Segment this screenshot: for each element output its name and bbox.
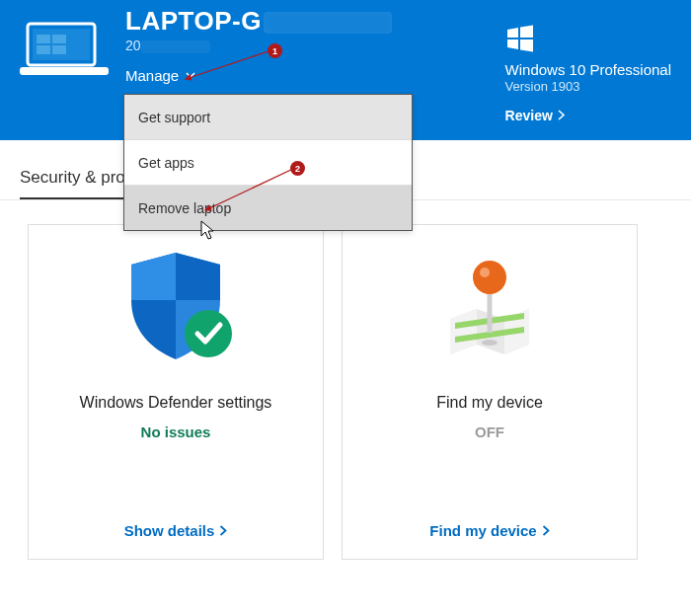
device-name-text: LAPTOP-G	[125, 6, 262, 36]
device-name: LAPTOP-G	[125, 6, 392, 37]
svg-marker-8	[520, 26, 533, 38]
link-label: Find my device	[429, 522, 536, 539]
card-defender: Windows Defender settings No issues Show…	[28, 224, 324, 560]
menu-item-label: Remove laptop	[138, 200, 231, 216]
svg-marker-9	[507, 39, 518, 49]
menu-item-label: Get support	[138, 110, 210, 125]
map-pin-icon	[343, 225, 637, 388]
svg-rect-2	[37, 35, 50, 43]
device-sub-text: 20	[125, 38, 141, 53]
svg-point-21	[480, 268, 490, 277]
device-info-block: LAPTOP-G 20 Manage	[125, 6, 392, 85]
svg-point-20	[473, 261, 506, 294]
svg-rect-3	[52, 35, 66, 43]
svg-rect-5	[52, 45, 66, 54]
menu-item-remove-laptop[interactable]: Remove laptop	[124, 186, 412, 230]
chevron-right-icon	[542, 522, 550, 539]
manage-dropdown-menu: Get support Get apps Remove laptop	[123, 94, 413, 231]
show-details-link[interactable]: Show details	[29, 522, 323, 539]
svg-rect-1	[33, 29, 90, 60]
card-title: Find my device	[343, 394, 637, 412]
annotation-badge-1: 1	[268, 43, 282, 58]
svg-rect-6	[20, 67, 109, 75]
redacted-mask	[264, 12, 392, 34]
device-subline: 20	[125, 38, 392, 53]
svg-marker-15	[450, 309, 477, 354]
windows-logo-icon	[505, 24, 671, 57]
cursor-icon	[200, 220, 216, 246]
svg-marker-7	[507, 28, 518, 38]
menu-item-get-support[interactable]: Get support	[124, 95, 412, 140]
cards-grid: Windows Defender settings No issues Show…	[0, 200, 691, 560]
chevron-right-icon	[557, 108, 566, 123]
card-title: Windows Defender settings	[29, 394, 323, 412]
chevron-right-icon	[219, 522, 227, 539]
card-status: OFF	[343, 424, 637, 440]
os-version: Version 1903	[505, 79, 671, 94]
link-label: Show details	[124, 522, 215, 539]
review-link[interactable]: Review	[505, 108, 671, 123]
menu-item-get-apps[interactable]: Get apps	[124, 140, 412, 186]
laptop-icon	[20, 22, 109, 81]
chevron-down-icon	[185, 67, 196, 84]
svg-marker-10	[520, 39, 533, 52]
review-label: Review	[505, 108, 553, 123]
defender-shield-icon	[29, 225, 323, 388]
card-status: No issues	[29, 424, 323, 440]
annotation-badge-2: 2	[290, 161, 305, 176]
menu-item-label: Get apps	[138, 155, 194, 171]
manage-label: Manage	[125, 67, 179, 84]
card-find-device: Find my device OFF Find my device	[342, 224, 638, 560]
os-name: Windows 10 Professional	[505, 61, 671, 78]
svg-point-22	[482, 340, 498, 346]
find-device-link[interactable]: Find my device	[343, 522, 637, 539]
svg-rect-4	[37, 45, 50, 54]
svg-point-13	[185, 310, 232, 357]
redacted-mask-small	[141, 40, 210, 53]
os-info-block: Windows 10 Professional Version 1903 Rev…	[505, 24, 671, 123]
manage-dropdown-trigger[interactable]: Manage	[125, 67, 196, 84]
